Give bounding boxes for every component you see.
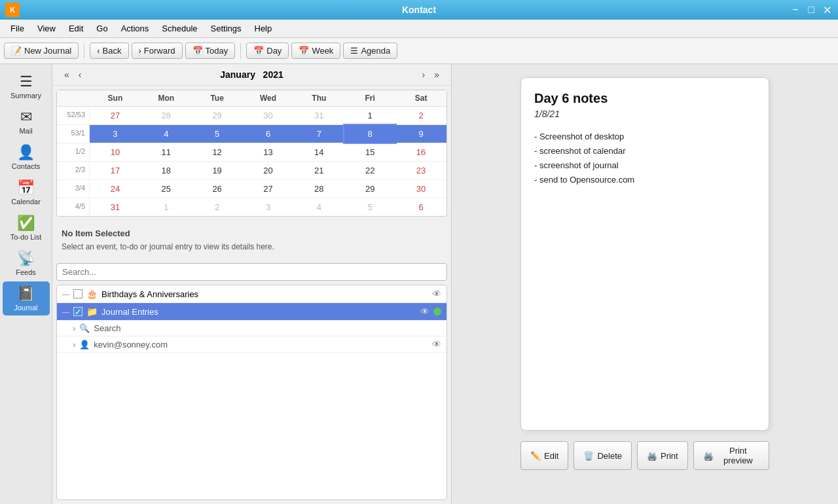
forward-button[interactable]: › Forward xyxy=(132,43,183,59)
sidebar-item-mail[interactable]: ✉ Mail xyxy=(3,105,50,139)
calendar-day-cell[interactable]: 6 xyxy=(243,125,294,143)
sidebar-item-calendar[interactable]: 📅 Calendar xyxy=(3,175,50,209)
menu-settings[interactable]: Settings xyxy=(206,22,247,35)
birthdays-eye-icon[interactable]: 👁 xyxy=(432,289,441,299)
maximize-button[interactable]: □ xyxy=(805,4,817,16)
calendar-day-cell[interactable]: 31 xyxy=(90,198,141,216)
calendar-day-cell[interactable]: 6 xyxy=(395,198,446,216)
calendar-day-cell[interactable]: 7 xyxy=(293,125,344,143)
edit-button[interactable]: ✏️ Edit xyxy=(520,441,568,470)
calendar-day-cell[interactable]: 20 xyxy=(243,162,294,179)
menu-actions[interactable]: Actions xyxy=(116,22,155,35)
calendar-day-cell[interactable]: 9 xyxy=(395,125,446,143)
calendar-day-cell[interactable]: 24 xyxy=(90,180,141,198)
calendar-day-cell[interactable]: 31 xyxy=(293,107,344,124)
list-item-journal-entries[interactable]: — ✓ 📁 Journal Entries 👁 xyxy=(57,303,446,321)
calendar-row: 52/53272829303112 xyxy=(57,107,446,125)
calendar-day-cell[interactable]: 4 xyxy=(141,125,192,143)
journal-icon: 📓 xyxy=(17,285,35,302)
sidebar-item-feeds[interactable]: 📡 Feeds xyxy=(3,246,50,280)
today-button[interactable]: 📅 Today xyxy=(185,43,236,59)
calendar-day-cell[interactable]: 15 xyxy=(344,143,395,161)
calendar-day-cell[interactable]: 30 xyxy=(243,107,294,124)
day-button[interactable]: 📅 Day xyxy=(246,43,289,59)
summary-icon: ☰ xyxy=(20,73,33,90)
calendar-day-cell[interactable]: 5 xyxy=(344,198,395,216)
week-button[interactable]: 📅 Week xyxy=(291,43,340,59)
sidebar: ☰ Summary ✉ Mail 👤 Contacts 📅 Calendar ✅… xyxy=(0,64,52,504)
search-item-icon: 🔍 xyxy=(79,323,90,333)
calendar-day-cell[interactable]: 26 xyxy=(192,180,243,198)
calendar-day-cell[interactable]: 1 xyxy=(141,198,192,216)
delete-button[interactable]: 🗑️ Delete xyxy=(574,441,632,470)
calendar-day-cell[interactable]: 2 xyxy=(192,198,243,216)
sidebar-item-journal[interactable]: 📓 Journal xyxy=(3,281,50,315)
menu-help[interactable]: Help xyxy=(249,22,278,35)
calendar-header-row: Sun Mon Tue Wed Thu Fri Sat xyxy=(57,90,446,107)
calendar-day-cell[interactable]: 30 xyxy=(395,180,446,198)
list-item-search[interactable]: › 🔍 Search xyxy=(57,321,446,336)
sidebar-item-todo[interactable]: ✅ To-do List xyxy=(3,211,50,245)
calendar-day-cell[interactable]: 5 xyxy=(192,125,243,143)
calendar-day-cell[interactable]: 28 xyxy=(293,180,344,198)
calendar-day-cell[interactable]: 29 xyxy=(344,180,395,198)
list-item-kevin[interactable]: › 👤 kevin@sonney.com 👁 xyxy=(57,336,446,353)
calendar-navigation: « ‹ January 2021 › » xyxy=(52,64,451,86)
cal-nav-next-buttons: › » xyxy=(418,68,443,81)
calendar-day-cell[interactable]: 13 xyxy=(243,143,294,161)
menu-view[interactable]: View xyxy=(32,22,61,35)
calendar-day-cell[interactable]: 25 xyxy=(141,180,192,198)
calendar-day-cell[interactable]: 27 xyxy=(90,107,141,124)
journal-entries-eye-icon[interactable]: 👁 xyxy=(420,306,429,317)
calendar-day-cell[interactable]: 23 xyxy=(395,162,446,179)
menu-schedule[interactable]: Schedule xyxy=(156,22,202,35)
kevin-icon: 👤 xyxy=(79,340,90,350)
calendar-body: 52/5327282930311253/134567891/2101112131… xyxy=(57,107,446,216)
kevin-eye-icon[interactable]: 👁 xyxy=(432,339,441,350)
calendar-day-cell[interactable]: 28 xyxy=(141,107,192,124)
cal-prev-year-button[interactable]: « xyxy=(60,68,73,81)
close-button[interactable]: ✕ xyxy=(821,4,833,16)
calendar-day-cell[interactable]: 29 xyxy=(192,107,243,124)
titlebar: K Kontact − □ ✕ xyxy=(0,0,838,20)
calendar-day-cell[interactable]: 10 xyxy=(90,143,141,161)
print-button[interactable]: 🖨️ Print xyxy=(637,441,688,470)
calendar-day-cell[interactable]: 2 xyxy=(395,107,446,124)
cal-next-month-button[interactable]: › xyxy=(418,68,429,81)
print-preview-button[interactable]: 🖨️ Print preview xyxy=(693,441,769,470)
calendar-day-cell[interactable]: 3 xyxy=(243,198,294,216)
cal-next-year-button[interactable]: » xyxy=(430,68,443,81)
list-item-birthdays[interactable]: — 🎂 Birthdays & Anniversaries 👁 xyxy=(57,285,446,303)
menu-edit[interactable]: Edit xyxy=(64,22,88,35)
calendar-day-cell[interactable]: 3 xyxy=(90,125,141,143)
search-expand-chevron: › xyxy=(73,323,75,333)
minimize-button[interactable]: − xyxy=(790,4,801,16)
journal-entries-checkbox[interactable]: ✓ xyxy=(73,307,82,316)
calendar-day-cell[interactable]: 8 xyxy=(344,125,395,143)
calendar-day-cell[interactable]: 18 xyxy=(141,162,192,179)
calendar-day-cell[interactable]: 17 xyxy=(90,162,141,179)
cal-prev-month-button[interactable]: ‹ xyxy=(75,68,86,81)
calendar-day-cell[interactable]: 1 xyxy=(344,107,395,124)
calendar-day-cell[interactable]: 16 xyxy=(395,143,446,161)
calendar-day-cell[interactable]: 27 xyxy=(243,180,294,198)
new-journal-button[interactable]: 📝 New Journal xyxy=(4,43,79,59)
sidebar-item-summary[interactable]: ☰ Summary xyxy=(3,69,50,103)
calendar-day-cell[interactable]: 22 xyxy=(344,162,395,179)
menu-go[interactable]: Go xyxy=(91,22,113,35)
agenda-button[interactable]: ☰ Agenda xyxy=(343,43,397,59)
birthdays-checkbox[interactable] xyxy=(73,289,82,298)
calendar-day-cell[interactable]: 11 xyxy=(141,143,192,161)
calendar-row: 2/317181920212223 xyxy=(57,162,446,180)
menu-file[interactable]: File xyxy=(5,22,29,35)
calendar-day-cell[interactable]: 19 xyxy=(192,162,243,179)
birthdays-icon: 🎂 xyxy=(86,289,98,299)
calendar-day-cell[interactable]: 14 xyxy=(293,143,344,161)
sidebar-item-contacts[interactable]: 👤 Contacts xyxy=(3,140,50,174)
calendar-day-cell[interactable]: 12 xyxy=(192,143,243,161)
calendar-day-cell[interactable]: 4 xyxy=(293,198,344,216)
no-item-message: Select an event, to-do or journal entry … xyxy=(62,242,442,251)
search-input[interactable] xyxy=(56,263,447,281)
calendar-day-cell[interactable]: 21 xyxy=(293,162,344,179)
back-button[interactable]: ‹ Back xyxy=(90,43,128,59)
